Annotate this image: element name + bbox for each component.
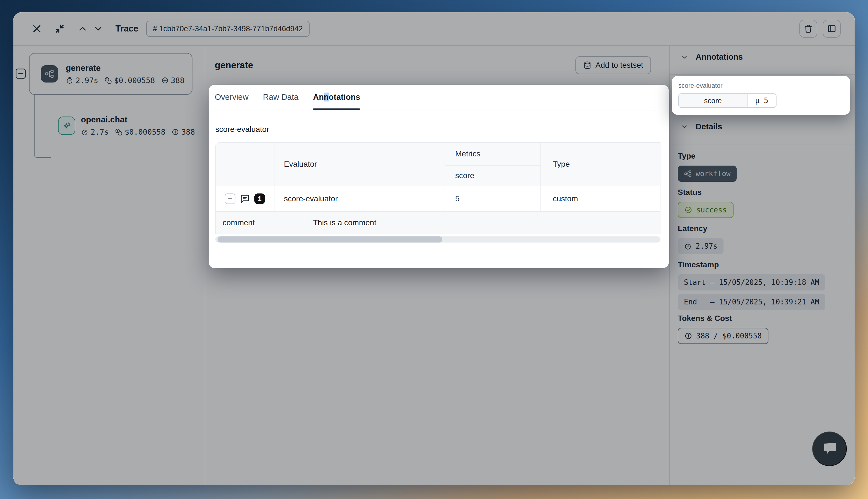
tab-annotations-label: Annotations [313, 93, 360, 102]
comment-count-badge: 1 [254, 194, 265, 204]
comment-text: This is a comment [306, 218, 660, 227]
score-evaluator-card-label: score-evaluator [678, 82, 843, 89]
annotations-table: Evaluator Metrics score Type 1 score-eva… [215, 142, 661, 234]
table-cell-type: custom [541, 186, 660, 212]
score-metric-pill: score μ 5 [678, 93, 776, 108]
comment-row: comment This is a comment [216, 212, 660, 234]
annotations-popover: Overview Raw Data Annotations score-eval… [209, 85, 669, 268]
trace-modal: Trace # 1cbb70e7-34a1-7bb7-3498-771b7d46… [13, 12, 855, 485]
table-cell-score: 5 [445, 186, 541, 212]
tab-raw-data-label: Raw Data [263, 93, 299, 102]
comment-key: comment [216, 218, 306, 227]
collapse-row-button[interactable] [225, 194, 236, 204]
table-cell-evaluator[interactable]: score-evaluator [275, 186, 445, 212]
tab-overview[interactable]: Overview [215, 85, 249, 110]
tab-annotations[interactable]: Annotations [313, 85, 360, 110]
comment-icon[interactable] [240, 194, 250, 204]
active-tab-underline [313, 108, 360, 110]
table-header-metrics: Metrics [445, 143, 541, 166]
tab-raw-data[interactable]: Raw Data [263, 85, 299, 110]
score-metric-field[interactable]: score [679, 94, 748, 107]
table-header-evaluator: Evaluator [275, 143, 445, 186]
table-header-metric-score: score [445, 166, 541, 186]
score-mean-badge: μ 5 [748, 94, 776, 107]
table-row-controls: 1 [216, 186, 275, 212]
evaluator-section-title: score-evaluator [215, 125, 669, 134]
table-header-type: Type [541, 143, 660, 186]
horizontal-scrollbar [215, 236, 661, 243]
text-selection-highlight: n [324, 93, 329, 101]
tab-overview-label: Overview [215, 93, 249, 102]
span-tabs: Overview Raw Data Annotations [209, 85, 669, 110]
scrollbar-thumb[interactable] [218, 236, 442, 243]
table-header-controls [216, 143, 275, 186]
score-evaluator-card: score-evaluator score μ 5 [672, 76, 850, 115]
